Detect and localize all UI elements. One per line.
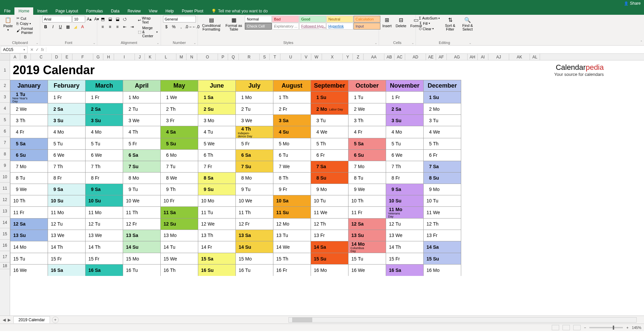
conditional-formatting-button[interactable]: ▤Conditional Formatting bbox=[200, 16, 223, 32]
col-header-Y[interactable]: Y bbox=[343, 54, 353, 60]
font-color-button[interactable]: A bbox=[79, 23, 86, 30]
border-button[interactable]: ▦ bbox=[64, 23, 71, 30]
tab-formulas[interactable]: Formulas bbox=[82, 7, 107, 15]
col-header-AG[interactable]: AG bbox=[447, 54, 468, 60]
tab-view[interactable]: View bbox=[145, 7, 162, 15]
col-header-R[interactable]: R bbox=[239, 54, 260, 60]
col-header-M[interactable]: M bbox=[176, 54, 186, 60]
col-header-I[interactable]: I bbox=[114, 54, 135, 60]
col-header-AB[interactable]: AB bbox=[384, 54, 394, 60]
view-layout-icon[interactable] bbox=[562, 325, 570, 330]
cell-style-gallery[interactable]: NormalBadGoodNeutralCalculationCheck Cel… bbox=[245, 16, 380, 30]
col-header-Q[interactable]: Q bbox=[228, 54, 239, 60]
col-header-AA[interactable]: AA bbox=[364, 54, 384, 60]
collapse-ribbon-icon[interactable]: ˆ bbox=[641, 40, 642, 44]
indent-decrease-icon[interactable]: ⇤ bbox=[121, 23, 128, 30]
tab-help[interactable]: Help bbox=[161, 7, 178, 15]
formula-input[interactable] bbox=[46, 46, 644, 53]
merge-center-button[interactable]: ⬚Merge & Center▾ bbox=[137, 26, 159, 38]
format-painter-button[interactable]: 🖌Format Painter bbox=[15, 26, 38, 35]
horizontal-scrollbar[interactable] bbox=[288, 317, 637, 323]
align-middle-icon[interactable]: ⬓ bbox=[107, 16, 113, 22]
number-format-input[interactable] bbox=[163, 16, 196, 22]
col-header-AD[interactable]: AD bbox=[405, 54, 426, 60]
row-header-2[interactable]: 2 bbox=[0, 80, 10, 91]
style-normal[interactable]: Normal bbox=[245, 16, 272, 22]
col-header-S[interactable]: S bbox=[260, 54, 270, 60]
cancel-formula-icon[interactable]: ✕ bbox=[30, 47, 34, 52]
align-center-icon[interactable]: ≡ bbox=[107, 23, 113, 30]
col-header-W[interactable]: W bbox=[311, 54, 322, 60]
col-header-A[interactable]: A bbox=[10, 54, 20, 60]
row-header-13[interactable]: 13 bbox=[0, 205, 10, 217]
row-header-17[interactable]: 17 bbox=[0, 251, 10, 262]
style-explanatory[interactable]: Explanatory ... bbox=[272, 23, 299, 30]
row-header-5[interactable]: 5 bbox=[0, 114, 10, 126]
sheet-nav[interactable]: ◀▶ bbox=[0, 318, 13, 322]
col-header-AC[interactable]: AC bbox=[394, 54, 405, 60]
view-break-icon[interactable] bbox=[573, 325, 581, 330]
copy-button[interactable]: ⎘Copy▾ bbox=[15, 21, 38, 26]
zoom-slider[interactable] bbox=[589, 327, 623, 328]
col-header-H[interactable]: H bbox=[103, 54, 114, 60]
row-header-6[interactable]: 6 bbox=[0, 126, 10, 137]
nav-prev-icon[interactable]: ◀ bbox=[3, 318, 6, 322]
col-header-G[interactable]: G bbox=[93, 54, 103, 60]
col-header-AE[interactable]: AE bbox=[426, 54, 436, 60]
tab-insert[interactable]: Insert bbox=[33, 7, 51, 15]
fx-icon[interactable]: fx bbox=[41, 47, 44, 52]
row-header-10[interactable]: 10 bbox=[0, 171, 10, 183]
font-size-input[interactable] bbox=[72, 16, 85, 22]
format-as-table-button[interactable]: ▦Format as Table bbox=[224, 16, 244, 32]
add-sheet-button[interactable]: + bbox=[52, 317, 59, 323]
col-header-V[interactable]: V bbox=[301, 54, 311, 60]
col-header-AF[interactable]: AF bbox=[436, 54, 447, 60]
col-header-N[interactable]: N bbox=[186, 54, 197, 60]
bold-button[interactable]: B bbox=[42, 23, 49, 30]
col-header-AK[interactable]: AK bbox=[509, 54, 530, 60]
sort-filter-button[interactable]: ⇅Sort & Filter bbox=[442, 16, 458, 32]
align-top-icon[interactable]: ⬒ bbox=[99, 16, 106, 22]
col-header-L[interactable]: L bbox=[156, 54, 176, 60]
enter-formula-icon[interactable]: ✓ bbox=[36, 47, 39, 52]
paste-button[interactable]: 📋 Paste ▼ bbox=[2, 16, 14, 32]
row-header-16[interactable]: 16 bbox=[0, 240, 10, 251]
row-header-1[interactable]: 1 bbox=[0, 60, 10, 80]
row-header-9[interactable]: 9 bbox=[0, 160, 10, 171]
col-header-AJ[interactable]: AJ bbox=[488, 54, 509, 60]
wrap-text-button[interactable]: ↩Wrap Text bbox=[137, 16, 159, 25]
find-select-button[interactable]: 🔍Find & Select bbox=[460, 16, 476, 32]
col-header-AL[interactable]: AL bbox=[530, 54, 540, 60]
row-header-15[interactable]: 15 bbox=[0, 228, 10, 240]
col-header-U[interactable]: U bbox=[280, 54, 301, 60]
align-left-icon[interactable]: ≡ bbox=[99, 23, 106, 30]
name-box[interactable]: AO15 bbox=[1, 46, 28, 53]
delete-cells-button[interactable]: ⊟Delete bbox=[394, 16, 408, 29]
orientation-icon[interactable]: ⭯ bbox=[121, 16, 128, 22]
style-checkcell[interactable]: Check Cell bbox=[245, 23, 272, 30]
row-header-8[interactable]: 8 bbox=[0, 148, 10, 160]
col-header-J[interactable]: J bbox=[135, 54, 145, 60]
align-bottom-icon[interactable]: ⬓ bbox=[114, 16, 121, 22]
zoom-in-icon[interactable]: + bbox=[626, 326, 628, 330]
style-bad[interactable]: Bad bbox=[272, 16, 299, 22]
percent-icon[interactable]: % bbox=[170, 23, 177, 30]
view-normal-icon[interactable] bbox=[552, 325, 559, 330]
increase-decimal-icon[interactable]: .0→ bbox=[185, 23, 192, 30]
style-good[interactable]: Good bbox=[299, 16, 326, 22]
zoom-level[interactable]: 145% bbox=[632, 326, 641, 330]
grid[interactable]: 2019 Calendar Calendarpedia Your source … bbox=[10, 60, 644, 316]
row-header-7[interactable]: 7 bbox=[0, 137, 10, 148]
col-header-E[interactable]: E bbox=[62, 54, 72, 60]
tab-review[interactable]: Review bbox=[123, 7, 145, 15]
style-hyperlink[interactable]: Hyperlink bbox=[326, 23, 353, 30]
col-header-AH[interactable]: AH bbox=[468, 54, 478, 60]
col-header-O[interactable]: O bbox=[197, 54, 218, 60]
autosum-button[interactable]: ΣAutoSum▾ bbox=[418, 16, 441, 20]
tab-data[interactable]: Data bbox=[107, 7, 123, 15]
insert-cells-button[interactable]: ⊞Insert bbox=[381, 16, 393, 29]
row-header-3[interactable]: 3 bbox=[0, 91, 10, 103]
style-followedhyp[interactable]: Followed Hyp... bbox=[299, 23, 326, 30]
col-header-D[interactable]: D bbox=[52, 54, 62, 60]
col-header-Z[interactable]: Z bbox=[353, 54, 364, 60]
